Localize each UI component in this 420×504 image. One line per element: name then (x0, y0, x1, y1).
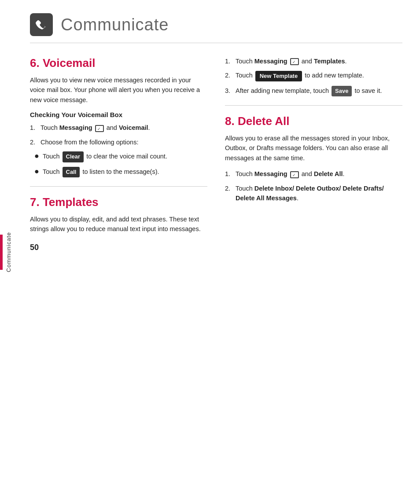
step1-content: Touch Messaging and Voicemail. (41, 123, 207, 132)
right-step2: 2. Touch New Template to add new templat… (225, 70, 402, 81)
clear-badge: Clear (63, 151, 84, 162)
save-badge: Save (332, 86, 352, 96)
page-number: 50 (30, 243, 207, 252)
step-num: 1. (30, 123, 39, 132)
step-num: 2. (30, 137, 39, 147)
messaging-bold: Messaging (254, 58, 287, 65)
step-num: 3. (225, 86, 234, 96)
delete-step1: 1. Touch Messaging and Delete All. (225, 169, 402, 179)
bullet-list: ● Touch Clear to clear the voice mail co… (34, 151, 207, 177)
sidebar-accent (0, 235, 3, 270)
right-step3: 3. After adding new template, touch Save… (225, 86, 402, 96)
bullet-dot: ● (34, 152, 39, 160)
delete-step2-content: Touch Delete Inbox/ Delete Outbox/ Delet… (236, 184, 402, 203)
columns: 6. Voicemail Allows you to view new voic… (30, 56, 402, 491)
section6-title: 6. Voicemail (30, 56, 207, 70)
step-num: 2. (225, 184, 234, 193)
voicemail-bold: Voicemail (119, 124, 148, 131)
bullet-call-text: Touch Call to listen to the message(s). (43, 167, 159, 177)
step2-content: Choose from the following options: (41, 137, 207, 147)
section6-body: Allows you to view new voice messages re… (30, 75, 207, 105)
delete-all-bold: Delete All (314, 170, 343, 177)
messaging-icon (290, 58, 299, 65)
step-num: 2. (225, 70, 234, 80)
messaging-bold: Messaging (59, 124, 92, 131)
bullet-clear: ● Touch Clear to clear the voice mail co… (34, 151, 207, 162)
phone-icon (34, 18, 48, 32)
step-num: 1. (225, 169, 234, 179)
section7-title: 7. Templates (30, 195, 207, 209)
right-step3-content: After adding new template, touch Save to… (236, 86, 402, 96)
bullet-call: ● Touch Call to listen to the message(s)… (34, 167, 207, 177)
new-template-badge: New Template (255, 71, 302, 81)
sidebar-label: Communicate (5, 232, 12, 272)
bullet-clear-text: Touch Clear to clear the voice mail coun… (43, 151, 167, 162)
section8-title: 8. Delete All (225, 114, 402, 128)
page-title: Communicate (61, 15, 169, 34)
delete-step1-content: Touch Messaging and Delete All. (236, 169, 402, 179)
section6-step2: 2. Choose from the following options: (30, 137, 207, 147)
sidebar: Communicate (0, 0, 17, 504)
page-header: Communicate (30, 13, 402, 43)
step-num: 1. (225, 56, 234, 66)
col-left: 6. Voicemail Allows you to view new voic… (30, 56, 207, 491)
section6-step1: 1. Touch Messaging and Voicemail. (30, 123, 207, 132)
page: Communicate Communicate 6. Voicemail All… (0, 0, 420, 504)
right-step1: 1. Touch Messaging and Templates. (225, 56, 402, 66)
section7-body: Allows you to display, edit, and add tex… (30, 214, 207, 234)
divider (30, 186, 207, 187)
right-step2-content: Touch New Template to add new template. (236, 70, 402, 81)
call-badge: Call (63, 167, 80, 177)
divider-right (225, 105, 402, 106)
subsection-checking: Checking Your Voicemail Box (30, 111, 207, 118)
delete-step2: 2. Touch Delete Inbox/ Delete Outbox/ De… (225, 184, 402, 203)
right-step1-content: Touch Messaging and Templates. (236, 56, 402, 66)
bullet-dot: ● (34, 167, 39, 175)
communicate-icon (30, 13, 53, 36)
messaging-bold: Messaging (254, 170, 287, 177)
delete-options-bold: Delete Inbox/ Delete Outbox/ Delete Draf… (236, 185, 384, 202)
templates-bold: Templates (314, 58, 345, 65)
section8-body: Allows you to erase all the messages sto… (225, 133, 402, 163)
messaging-icon (290, 171, 299, 178)
col-right: 1. Touch Messaging and Templates. 2. Tou… (225, 56, 402, 491)
main-content: Communicate 6. Voicemail Allows you to v… (17, 0, 420, 504)
messaging-icon (95, 125, 104, 132)
